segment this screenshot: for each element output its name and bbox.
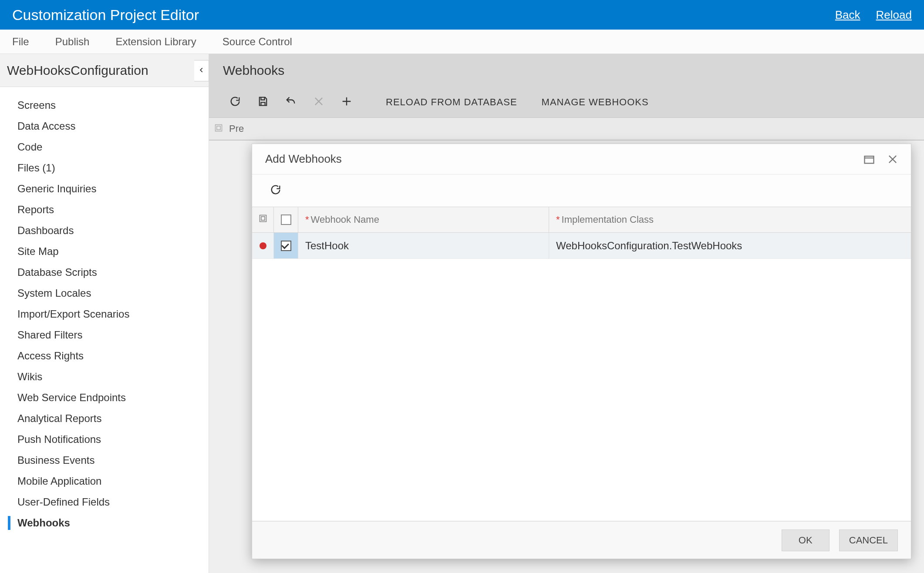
sidebar-collapse-button[interactable] <box>194 60 209 81</box>
reload-from-db-button[interactable]: RELOAD FROM DATABASE <box>375 97 528 108</box>
sidebar-item-reports[interactable]: Reports <box>0 199 209 220</box>
sidebar-item-system-locales[interactable]: System Locales <box>0 283 209 304</box>
save-button[interactable] <box>251 90 275 114</box>
column-row-selector[interactable] <box>252 207 274 232</box>
dialog-header-icons <box>863 153 899 165</box>
sidebar-item-webhooks[interactable]: Webhooks <box>0 513 209 533</box>
manage-webhooks-button[interactable]: MANAGE WEBHOOKS <box>531 97 659 108</box>
sidebar-item-analytical-reports[interactable]: Analytical Reports <box>0 408 209 429</box>
close-button[interactable] <box>887 153 899 165</box>
page-title: Webhooks <box>223 63 284 78</box>
svg-rect-3 <box>260 215 266 222</box>
add-button[interactable] <box>334 90 359 114</box>
sidebar-project-name: WebHooksConfiguration <box>7 63 209 78</box>
app-title: Customization Project Editor <box>12 7 199 23</box>
sidebar-header: WebHooksConfiguration <box>0 54 209 87</box>
header-links: Back Reload <box>835 8 912 22</box>
plus-icon <box>341 95 353 109</box>
svg-rect-2 <box>865 156 874 163</box>
sidebar-item-push-notifications[interactable]: Push Notifications <box>0 429 209 450</box>
close-icon <box>313 95 325 109</box>
reload-link[interactable]: Reload <box>876 8 912 22</box>
row-checkbox-cell[interactable] <box>274 233 298 258</box>
sidebar-item-wikis[interactable]: Wikis <box>0 366 209 387</box>
column-implementation-class[interactable]: * Implementation Class <box>549 207 911 232</box>
dialog-footer: OK CANCEL <box>252 521 911 559</box>
selector-icon <box>259 214 267 225</box>
sidebar-item-mobile-application[interactable]: Mobile Application <box>0 471 209 492</box>
required-star-icon: * <box>305 214 309 225</box>
sidebar-item-code[interactable]: Code <box>0 137 209 157</box>
dialog-toolbar <box>252 174 911 207</box>
svg-rect-1 <box>217 126 220 130</box>
column-webhook-name[interactable]: * Webhook Name <box>298 207 549 232</box>
sidebar-item-database-scripts[interactable]: Database Scripts <box>0 262 209 283</box>
undo-icon <box>285 95 297 109</box>
required-star-icon: * <box>556 214 560 225</box>
sidebar-item-user-defined-fields[interactable]: User-Defined Fields <box>0 492 209 513</box>
background-column-truncated: Pre <box>229 123 244 134</box>
row-status-cell <box>252 233 274 258</box>
dialog-grid-body: TestHookWebHooksConfiguration.TestWebHoo… <box>252 233 911 521</box>
dialog-header: Add Webhooks <box>252 144 911 174</box>
dialog-refresh-button[interactable] <box>265 180 286 201</box>
column-label: Webhook Name <box>311 214 379 225</box>
refresh-icon <box>270 184 282 198</box>
cancel-button[interactable]: CANCEL <box>839 529 898 551</box>
sidebar-item-files-1[interactable]: Files (1) <box>0 157 209 178</box>
column-label: Implementation Class <box>562 214 654 225</box>
dirty-indicator-icon <box>260 242 266 249</box>
row-implementation-class[interactable]: WebHooksConfiguration.TestWebHooks <box>549 233 911 258</box>
menu-bar: File Publish Extension Library Source Co… <box>0 30 924 54</box>
menu-file[interactable]: File <box>12 36 29 48</box>
delete-button[interactable] <box>307 90 331 114</box>
svg-rect-0 <box>216 125 222 131</box>
row-webhook-name[interactable]: TestHook <box>298 233 549 258</box>
main-title-row: Webhooks <box>209 54 924 87</box>
sidebar-item-access-rights[interactable]: Access Rights <box>0 345 209 366</box>
background-grid-header: Pre <box>209 117 924 140</box>
sidebar-item-data-access[interactable]: Data Access <box>0 116 209 137</box>
menu-publish[interactable]: Publish <box>55 36 90 48</box>
maximize-button[interactable] <box>863 153 875 165</box>
dialog-title: Add Webhooks <box>265 152 342 166</box>
sidebar-item-web-service-endpoints[interactable]: Web Service Endpoints <box>0 387 209 408</box>
sidebar-item-business-events[interactable]: Business Events <box>0 450 209 471</box>
chevron-left-icon <box>199 67 205 75</box>
sidebar-item-import-export-scenarios[interactable]: Import/Export Scenarios <box>0 304 209 325</box>
checkbox-icon <box>281 214 291 225</box>
menu-extension-library[interactable]: Extension Library <box>115 36 196 48</box>
sidebar-item-site-map[interactable]: Site Map <box>0 241 209 262</box>
sidebar-items: ScreensData AccessCodeFiles (1)Generic I… <box>0 87 209 573</box>
svg-rect-4 <box>261 217 264 220</box>
refresh-icon <box>229 95 241 109</box>
sidebar-item-shared-filters[interactable]: Shared Filters <box>0 325 209 345</box>
add-webhooks-dialog: Add Webhooks * Webhook Name * Implementa… <box>252 144 911 559</box>
refresh-button[interactable] <box>223 90 247 114</box>
selector-icon <box>214 124 225 134</box>
checkbox-icon <box>281 241 291 251</box>
dialog-grid-header: * Webhook Name * Implementation Class <box>252 207 911 233</box>
undo-button[interactable] <box>279 90 303 114</box>
maximize-icon <box>863 159 875 167</box>
sidebar: WebHooksConfiguration ScreensData Access… <box>0 54 209 573</box>
column-select-all[interactable] <box>274 207 298 232</box>
app-header: Customization Project Editor Back Reload <box>0 0 924 30</box>
menu-source-control[interactable]: Source Control <box>223 36 292 48</box>
table-row[interactable]: TestHookWebHooksConfiguration.TestWebHoo… <box>252 233 911 259</box>
sidebar-item-dashboards[interactable]: Dashboards <box>0 220 209 241</box>
ok-button[interactable]: OK <box>782 529 830 551</box>
save-icon <box>257 95 269 109</box>
close-icon <box>887 159 899 167</box>
main-toolbar: RELOAD FROM DATABASE MANAGE WEBHOOKS <box>209 87 924 117</box>
sidebar-item-screens[interactable]: Screens <box>0 95 209 116</box>
back-link[interactable]: Back <box>835 8 860 22</box>
sidebar-item-generic-inquiries[interactable]: Generic Inquiries <box>0 178 209 199</box>
